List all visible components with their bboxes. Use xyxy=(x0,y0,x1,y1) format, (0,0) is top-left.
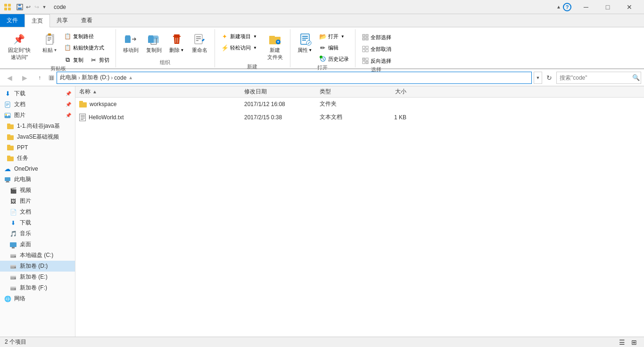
open-label: 打开 xyxy=(328,33,339,40)
edit-button[interactable]: ✏ 编辑 xyxy=(317,42,351,53)
table-row[interactable]: HelloWorld.txt 2017/2/15 0:38 文本文档 1 KB xyxy=(75,111,644,124)
tab-view[interactable]: 查看 xyxy=(74,14,99,27)
history-button[interactable]: ✓ 历史记录 xyxy=(317,54,351,64)
tab-home[interactable]: 主页 xyxy=(25,14,50,27)
path-refresh: ▲ xyxy=(128,75,133,80)
move-to-button[interactable]: 移动到 xyxy=(120,29,142,56)
paste-button[interactable]: 粘贴 ▼ xyxy=(39,29,61,56)
download-icon: ⬇ xyxy=(4,90,11,98)
sidebar-item-java[interactable]: 1-1.尚硅谷java基 xyxy=(0,121,75,132)
table-row[interactable]: workspace 2017/1/12 16:08 文件夹 xyxy=(75,98,644,111)
sidebar-item-dl2[interactable]: ⬇ 下载 xyxy=(0,217,75,228)
properties-button[interactable]: ✓ 属性 ▼ xyxy=(294,29,316,56)
sidebar-item-ppt[interactable]: PPT xyxy=(0,142,75,153)
back-button[interactable]: ◀ xyxy=(3,71,16,84)
sidebar-item-music[interactable]: 🎵 音乐 xyxy=(0,228,75,239)
sidebar-item-drive-e[interactable]: 新加卷 (E:) xyxy=(0,272,75,282)
address-path[interactable]: 此电脑 › 新加卷 (D:) › code ▲ xyxy=(57,72,532,84)
col-type-header[interactable]: 类型 xyxy=(316,88,372,96)
refresh-button[interactable]: ↻ xyxy=(544,73,554,83)
svg-text:✓: ✓ xyxy=(320,56,322,58)
svg-rect-41 xyxy=(366,34,368,37)
new-folder-icon: + xyxy=(267,32,282,47)
cut-button[interactable]: ✂ 剪切 xyxy=(88,55,112,65)
sidebar-item-pic2[interactable]: 🖼 图片 xyxy=(0,196,75,207)
minimize-button[interactable]: ─ xyxy=(575,0,597,14)
open-dropdown[interactable]: ▼ xyxy=(341,34,345,39)
documents-icon xyxy=(4,101,11,108)
paste-label: 粘贴 xyxy=(42,47,53,54)
sidebar-item-javase[interactable]: JavaSE基础视频 xyxy=(0,132,75,142)
invert-select-button[interactable]: 反向选择 xyxy=(359,56,394,66)
svg-rect-49 xyxy=(366,58,368,60)
copy-path-button[interactable]: 📋 复制路径 xyxy=(62,31,112,41)
svg-rect-64 xyxy=(6,181,9,182)
col-name-header[interactable]: 名称 ▲ xyxy=(75,88,240,96)
java-folder-icon xyxy=(7,123,14,130)
select-all-button[interactable]: 全部选择 xyxy=(359,32,394,42)
sidebar-item-drive-c[interactable]: 本地磁盘 (C:) xyxy=(0,250,75,261)
paste-dropdown[interactable]: ▼ xyxy=(53,48,57,52)
search-box[interactable]: 🔍 xyxy=(556,72,641,84)
dropdown-button[interactable]: ▼ xyxy=(534,72,542,84)
ribbon-collapse[interactable]: ▲ xyxy=(554,4,563,9)
pin-button[interactable]: 📌 固定到"快速访问" xyxy=(5,29,34,63)
path-icon xyxy=(48,74,55,81)
svg-rect-20 xyxy=(173,36,181,37)
edit-icon: ✏ xyxy=(319,44,327,51)
copy-icon: ⧉ xyxy=(64,56,72,64)
sidebar-item-onedrive[interactable]: ☁ OneDrive xyxy=(0,164,75,174)
copy-label: 复制 xyxy=(73,57,83,64)
quick-undo[interactable]: ↩ xyxy=(25,3,32,11)
main-area: ⬇ 下载 📌 文档 📌 xyxy=(0,86,644,337)
window-title: code xyxy=(54,4,66,10)
svg-rect-46 xyxy=(363,50,365,52)
maximize-button[interactable]: □ xyxy=(597,0,619,14)
sidebar-item-pictures[interactable]: 图片 📌 xyxy=(0,110,75,121)
easy-access-label: 轻松访问 xyxy=(230,44,251,51)
rename-button[interactable]: 重命名 xyxy=(189,29,211,56)
help-button[interactable]: ? xyxy=(563,3,571,11)
tab-file[interactable]: 文件 xyxy=(0,14,25,27)
delete-label: 删除 xyxy=(169,47,180,54)
path-folder: code xyxy=(114,74,126,81)
quick-redo[interactable]: ↪ xyxy=(33,3,41,11)
easy-access-button[interactable]: ⚡ 轻松访问 ▼ xyxy=(219,42,259,53)
search-input[interactable] xyxy=(560,74,630,81)
sidebar-item-doc2[interactable]: 📄 文档 xyxy=(0,207,75,217)
sidebar-item-desktop[interactable]: 桌面 xyxy=(0,239,75,250)
sidebar-item-drive-f[interactable]: 新加卷 (F:) xyxy=(0,282,75,293)
open-button[interactable]: 📂 打开 ▼ xyxy=(317,31,351,41)
col-date-header[interactable]: 修改日期 xyxy=(240,88,316,96)
delete-dropdown[interactable]: ▼ xyxy=(180,48,184,52)
sidebar-item-network[interactable]: 🌐 网络 xyxy=(0,293,75,304)
sidebar-item-download[interactable]: ⬇ 下载 📌 xyxy=(0,88,75,99)
copy-to-button[interactable]: 复制到 xyxy=(143,29,165,56)
up-button[interactable]: ↑ xyxy=(33,71,46,84)
col-size-header[interactable]: 大小 xyxy=(372,88,410,96)
paste-shortcut-button[interactable]: 📋 粘贴快捷方式 xyxy=(62,42,112,53)
view-grid-button[interactable]: ⊞ xyxy=(629,337,639,347)
sidebar-item-task[interactable]: 任务 xyxy=(0,153,75,164)
view-list-button[interactable]: ☰ xyxy=(617,337,627,347)
sidebar-item-documents[interactable]: 文档 📌 xyxy=(0,99,75,110)
close-button[interactable]: ✕ xyxy=(619,0,640,14)
copy-button[interactable]: ⧉ 复制 xyxy=(62,55,86,65)
new-folder-button[interactable]: + 新建文件夹 xyxy=(264,29,286,63)
tab-share[interactable]: 共享 xyxy=(50,14,74,27)
forward-button[interactable]: ▶ xyxy=(18,71,31,84)
select-all-icon xyxy=(362,33,369,41)
quick-save[interactable] xyxy=(16,3,24,11)
new-item-button[interactable]: ✦ 新建项目 ▼ xyxy=(219,31,259,41)
search-icon[interactable]: 🔍 xyxy=(632,74,640,81)
properties-dropdown[interactable]: ▼ xyxy=(308,48,312,52)
sidebar-item-video[interactable]: 🎬 视频 xyxy=(0,185,75,196)
quick-dropdown[interactable]: ▼ xyxy=(41,3,47,11)
drive-c-icon xyxy=(9,252,17,259)
delete-button[interactable]: 删除 ▼ xyxy=(166,29,188,56)
easy-access-dropdown[interactable]: ▼ xyxy=(253,46,257,50)
sidebar-item-thispc[interactable]: 此电脑 xyxy=(0,174,75,185)
new-item-dropdown[interactable]: ▼ xyxy=(253,34,257,39)
sidebar-item-drive-d[interactable]: 新加卷 (D:) xyxy=(0,261,75,272)
select-none-button[interactable]: 全部取消 xyxy=(359,44,394,54)
